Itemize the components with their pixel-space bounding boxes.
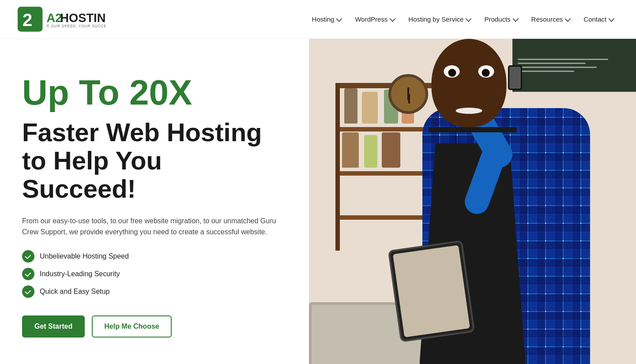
nav-item-resources[interactable]: Resources (526, 12, 575, 26)
svg-text:®  OUR SPEED, YOUR SUCCESS: ® OUR SPEED, YOUR SUCCESS (46, 24, 106, 28)
svg-text:A2: A2 (46, 11, 62, 25)
nav-item-wordpress[interactable]: WordPress (350, 12, 399, 26)
hero-headline-dark: Faster Web Hosting to Help You Succeed! (22, 118, 287, 203)
nav-item-hosting[interactable]: Hosting (307, 12, 346, 26)
feature-item-security: Industry-Leading Security (22, 268, 287, 280)
check-icon-security (22, 268, 34, 280)
person-figure (309, 39, 636, 364)
nav-link-hosting[interactable]: Hosting (307, 12, 346, 26)
check-icon-setup (22, 285, 34, 298)
feature-list: Unbelievable Hosting Speed Industry-Lead… (22, 250, 287, 298)
feature-item-setup: Quick and Easy Setup (22, 285, 287, 298)
feature-item-speed: Unbelievable Hosting Speed (22, 250, 287, 263)
chevron-down-icon (512, 15, 519, 22)
main-nav: 2 A2 HOSTING ® OUR SPEED, YOUR SUCCESS H… (0, 0, 636, 39)
hero-description: From our easy-to-use tools, to our free … (22, 215, 287, 238)
chevron-down-icon (466, 15, 472, 22)
hero-image-panel (309, 39, 636, 364)
nav-link-products[interactable]: Products (479, 12, 522, 26)
hero-image (309, 39, 636, 364)
check-icon-speed (22, 250, 34, 263)
hero-content: Up To 20X Faster Web Hosting to Help You… (0, 39, 309, 364)
nav-item-contact[interactable]: Contact (578, 12, 618, 26)
help-me-choose-button[interactable]: Help Me Choose (92, 315, 171, 338)
logo-svg: 2 A2 HOSTING ® OUR SPEED, YOUR SUCCESS (18, 5, 106, 34)
hero-section: Up To 20X Faster Web Hosting to Help You… (0, 39, 636, 364)
nav-link-wordpress[interactable]: WordPress (350, 12, 399, 26)
svg-text:HOSTING: HOSTING (60, 11, 106, 25)
svg-text:2: 2 (23, 10, 32, 30)
nav-links: Hosting WordPress Hosting by Service Pro… (307, 12, 618, 26)
nav-item-hosting-by-service[interactable]: Hosting by Service (403, 12, 475, 26)
chevron-down-icon (608, 15, 614, 22)
nav-link-resources[interactable]: Resources (526, 12, 575, 26)
chevron-down-icon (336, 15, 342, 22)
get-started-button[interactable]: Get Started (22, 315, 85, 338)
nav-link-hosting-by-service[interactable]: Hosting by Service (403, 12, 475, 26)
logo[interactable]: 2 A2 HOSTING ® OUR SPEED, YOUR SUCCESS (18, 5, 106, 34)
nav-link-contact[interactable]: Contact (578, 12, 618, 26)
chevron-down-icon (390, 15, 396, 22)
cta-buttons: Get Started Help Me Choose (22, 315, 287, 338)
hero-headline-green: Up To 20X (22, 74, 287, 111)
chevron-down-icon (565, 15, 571, 22)
nav-item-products[interactable]: Products (479, 12, 522, 26)
